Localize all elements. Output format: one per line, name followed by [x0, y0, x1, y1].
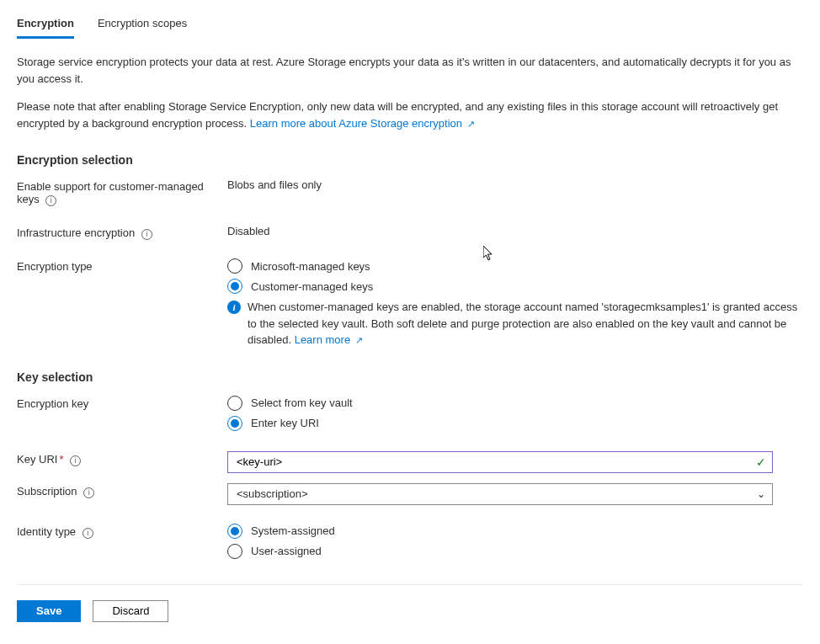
cmk-support-value: Blobs and files only: [227, 178, 803, 191]
radio-label: User-assigned: [251, 545, 322, 557]
tabs-bar: Encryption Encryption scopes: [17, 17, 803, 39]
cmk-support-label: Enable support for customer-managed keys…: [17, 178, 227, 206]
radio-label: Customer-managed keys: [251, 280, 373, 293]
key-uri-input[interactable]: [227, 451, 773, 473]
learn-more-cmk-link[interactable]: Learn more ↗: [295, 333, 363, 346]
tab-encryption-scopes[interactable]: Encryption scopes: [98, 17, 187, 39]
infra-encryption-label: Infrastructure encryption i: [17, 225, 227, 240]
radio-user-assigned[interactable]: User-assigned: [227, 544, 803, 559]
description-1: Storage service encryption protects your…: [17, 54, 803, 87]
check-icon: ✓: [756, 455, 766, 469]
discard-button[interactable]: Discard: [93, 600, 168, 622]
learn-more-encryption-text: Learn more about Azure Storage encryptio…: [250, 117, 462, 130]
radio-customer-managed[interactable]: Customer-managed keys: [227, 279, 803, 294]
external-link-icon: ↗: [355, 335, 363, 345]
info-icon[interactable]: i: [141, 229, 152, 240]
divider: [17, 584, 803, 585]
encryption-type-label: Encryption type: [17, 258, 227, 273]
subscription-value: <subscription>: [237, 487, 308, 500]
radio-microsoft-managed[interactable]: Microsoft-managed keys: [227, 258, 803, 274]
external-link-icon: ↗: [467, 119, 475, 129]
radio-label: Enter key URI: [251, 417, 319, 429]
encryption-key-label: Encryption key: [17, 396, 227, 410]
radio-icon: [227, 416, 242, 431]
info-icon[interactable]: i: [83, 487, 94, 498]
save-button[interactable]: Save: [17, 600, 81, 622]
radio-enter-key-uri[interactable]: Enter key URI: [227, 416, 803, 431]
radio-label: System-assigned: [251, 524, 335, 537]
chevron-down-icon: ⌄: [757, 488, 765, 500]
radio-label: Microsoft-managed keys: [251, 260, 370, 273]
learn-more-encryption-link[interactable]: Learn more about Azure Storage encryptio…: [250, 117, 475, 130]
section-key-selection: Key selection: [17, 370, 803, 384]
info-badge-icon: i: [227, 301, 241, 314]
radio-label: Select from key vault: [251, 397, 353, 409]
subscription-select[interactable]: <subscription> ⌄: [227, 483, 773, 505]
radio-system-assigned[interactable]: System-assigned: [227, 524, 803, 539]
info-icon[interactable]: i: [45, 195, 56, 206]
learn-more-text: Learn more: [295, 333, 350, 346]
radio-icon: [227, 544, 242, 559]
key-uri-label: Key URI* i: [17, 451, 227, 466]
radio-icon: [227, 279, 242, 294]
button-row: Save Discard: [17, 600, 803, 622]
info-icon[interactable]: i: [70, 455, 81, 466]
radio-icon: [227, 258, 242, 274]
tab-encryption[interactable]: Encryption: [17, 17, 74, 39]
cmk-info-banner: i When customer-managed keys are enabled…: [227, 299, 803, 349]
description-2: Please note that after enabling Storage …: [17, 98, 803, 131]
identity-type-label: Identity type i: [17, 524, 227, 539]
infra-encryption-value: Disabled: [227, 225, 803, 237]
radio-icon: [227, 396, 242, 411]
section-encryption-selection: Encryption selection: [17, 153, 803, 167]
info-icon[interactable]: i: [83, 528, 93, 539]
subscription-label: Subscription i: [17, 483, 227, 498]
radio-select-from-vault[interactable]: Select from key vault: [227, 396, 803, 411]
radio-icon: [227, 524, 242, 539]
